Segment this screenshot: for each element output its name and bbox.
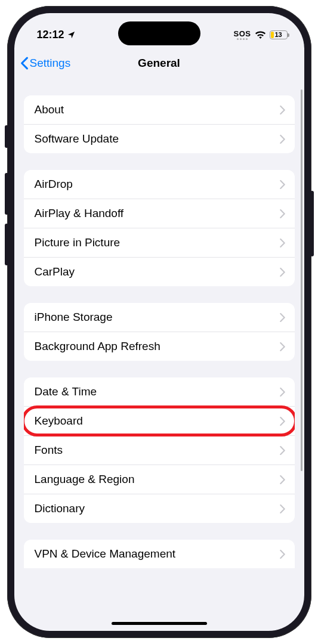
row-label: Language & Region	[35, 473, 135, 486]
chevron-right-icon	[280, 239, 285, 247]
row-label: Picture in Picture	[35, 236, 121, 249]
row-label: About	[35, 103, 64, 116]
chevron-right-icon	[280, 106, 285, 114]
row-airdrop[interactable]: AirDrop	[24, 170, 295, 199]
screen: 12:12 SOS 13	[14, 13, 304, 631]
sos-indicator: SOS	[234, 30, 251, 40]
settings-group: Date & Time Keyboard Fonts Language & Re…	[24, 377, 295, 523]
row-label: Dictionary	[35, 502, 85, 515]
chevron-right-icon	[280, 342, 285, 351]
chevron-right-icon	[280, 417, 285, 426]
row-background-app-refresh[interactable]: Background App Refresh	[24, 332, 295, 361]
chevron-right-icon	[280, 313, 285, 322]
row-label: CarPlay	[35, 265, 75, 278]
chevron-right-icon	[280, 388, 285, 397]
row-about[interactable]: About	[24, 95, 295, 125]
row-vpn-device-management[interactable]: VPN & Device Management	[24, 540, 295, 568]
row-label: iPhone Storage	[35, 311, 113, 324]
row-label: VPN & Device Management	[35, 547, 176, 561]
status-time: 12:12	[37, 29, 64, 41]
chevron-right-icon	[280, 475, 285, 484]
power-button	[310, 191, 314, 256]
page-title: General	[138, 57, 180, 70]
wifi-icon	[255, 30, 266, 39]
row-software-update[interactable]: Software Update	[24, 125, 295, 153]
back-label: Settings	[30, 57, 71, 70]
settings-group: About Software Update	[24, 95, 295, 153]
settings-group: VPN & Device Management	[24, 540, 295, 568]
row-label: AirPlay & Handoff	[35, 207, 124, 220]
silent-switch	[5, 125, 8, 148]
row-carplay[interactable]: CarPlay	[24, 258, 295, 286]
chevron-right-icon	[280, 504, 285, 513]
row-date-time[interactable]: Date & Time	[24, 377, 295, 407]
row-iphone-storage[interactable]: iPhone Storage	[24, 303, 295, 332]
row-label: AirDrop	[35, 178, 73, 191]
scroll-indicator[interactable]	[301, 89, 302, 471]
settings-group: AirDrop AirPlay & Handoff Picture in Pic…	[24, 170, 295, 286]
chevron-right-icon	[280, 550, 285, 559]
row-fonts[interactable]: Fonts	[24, 436, 295, 465]
row-language-region[interactable]: Language & Region	[24, 465, 295, 494]
chevron-right-icon	[280, 446, 285, 455]
volume-up-button	[5, 173, 8, 215]
volume-down-button	[5, 224, 8, 265]
location-icon	[67, 30, 76, 39]
phone-frame: 12:12 SOS 13	[7, 6, 311, 638]
row-label: Background App Refresh	[35, 340, 160, 353]
row-picture-in-picture[interactable]: Picture in Picture	[24, 228, 295, 258]
row-label: Software Update	[35, 132, 119, 145]
chevron-right-icon	[280, 209, 285, 218]
battery-icon: 13	[270, 30, 288, 39]
row-label: Date & Time	[35, 385, 97, 398]
settings-group: iPhone Storage Background App Refresh	[24, 303, 295, 361]
row-label: Keyboard	[35, 414, 83, 428]
row-keyboard[interactable]: Keyboard	[24, 407, 295, 436]
settings-content[interactable]: About Software Update AirDrop AirPlay & …	[14, 79, 304, 631]
chevron-right-icon	[280, 135, 285, 144]
row-airplay-handoff[interactable]: AirPlay & Handoff	[24, 199, 295, 228]
row-label: Fonts	[35, 444, 63, 457]
home-indicator[interactable]	[112, 622, 207, 625]
row-dictionary[interactable]: Dictionary	[24, 494, 295, 523]
nav-bar: Settings General	[14, 48, 304, 79]
chevron-right-icon	[280, 180, 285, 189]
back-button[interactable]: Settings	[20, 57, 71, 70]
chevron-right-icon	[280, 268, 285, 277]
dynamic-island	[118, 21, 200, 45]
